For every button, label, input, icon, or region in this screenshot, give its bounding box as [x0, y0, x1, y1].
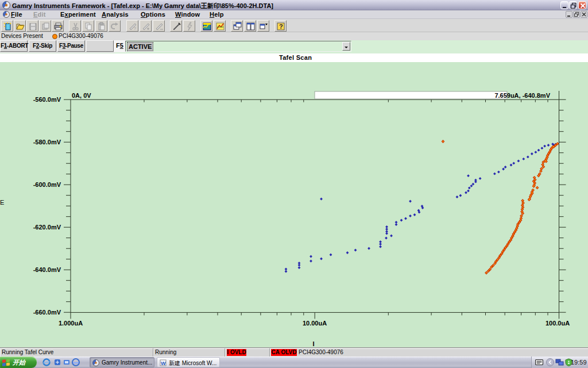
svg-text:-640.0mV: -640.0mV [33, 266, 61, 273]
svg-text:W: W [161, 361, 166, 366]
svg-text:7.659uA, -640.8mV: 7.659uA, -640.8mV [494, 92, 550, 99]
svg-text:1.000uA: 1.000uA [59, 320, 83, 327]
svg-text:-660.0mV: -660.0mV [33, 309, 61, 316]
svg-text:10.00uA: 10.00uA [303, 320, 327, 327]
svg-text:0A, 0V: 0A, 0V [72, 92, 91, 99]
svg-text:-620.0mV: -620.0mV [33, 224, 61, 231]
svg-text:?: ? [134, 26, 136, 30]
svg-text:100.0uA: 100.0uA [546, 320, 570, 327]
svg-text:-580.0mV: -580.0mV [33, 139, 61, 145]
svg-text:I: I [312, 340, 314, 347]
svg-text:-600.0mV: -600.0mV [33, 181, 61, 188]
svg-text:-560.0mV: -560.0mV [33, 96, 61, 103]
svg-text:E: E [0, 199, 4, 206]
svg-text:?: ? [279, 23, 283, 30]
